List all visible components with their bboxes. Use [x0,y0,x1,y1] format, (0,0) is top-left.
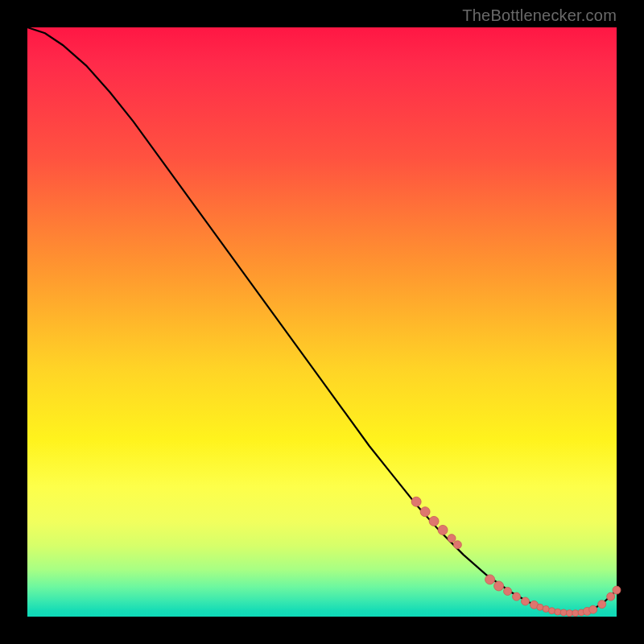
bottleneck-curve [27,27,617,613]
marker-cluster-a-3 [438,525,448,535]
marker-tail-0 [598,601,606,609]
marker-cluster-b-7 [543,605,549,612]
marker-tail-1 [607,592,615,601]
marker-cluster-b-3 [513,592,521,601]
plot-area [27,27,617,617]
curve-layer [27,27,617,617]
attribution-label: TheBottlenecker.com [462,6,617,25]
marker-cluster-a-1 [420,507,430,517]
marker-cluster-b-0 [485,575,495,584]
marker-cluster-b-15 [589,605,597,613]
marker-cluster-a-2 [429,516,439,526]
marker-cluster-b-1 [494,581,504,591]
marker-cluster-b-8 [548,608,555,614]
marker-cluster-b-11 [566,610,572,617]
data-markers [411,497,621,616]
marker-cluster-b-10 [560,609,567,616]
marker-cluster-b-2 [504,588,512,596]
marker-cluster-a-5 [453,541,461,549]
marker-cluster-b-12 [572,610,579,617]
marker-cluster-b-6 [537,604,543,610]
marker-cluster-a-4 [448,535,456,543]
marker-cluster-b-9 [555,609,561,615]
marker-cluster-a-0 [411,497,421,506]
chart-frame: TheBottlenecker.com [0,0,644,644]
marker-tail-2 [613,586,621,594]
marker-cluster-b-4 [522,597,530,605]
